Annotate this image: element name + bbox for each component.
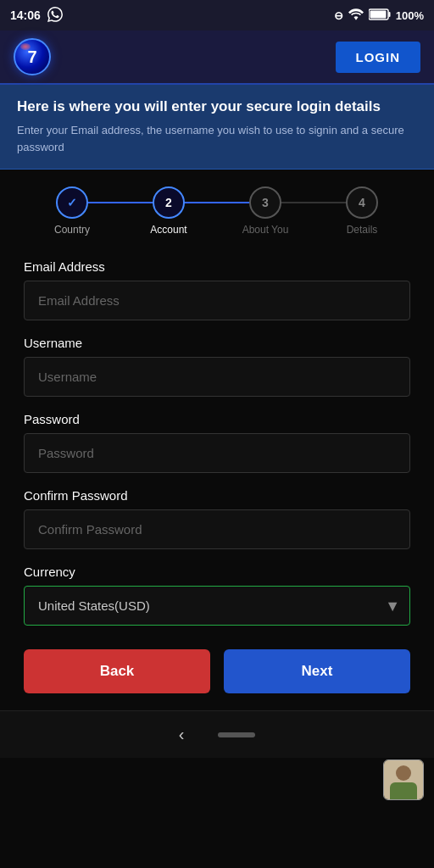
- step-label-account: Account: [150, 224, 186, 236]
- wifi-icon: [348, 8, 364, 23]
- status-left: 14:06: [10, 7, 63, 25]
- avatar-person: [384, 760, 423, 799]
- confirm-password-label: Confirm Password: [24, 488, 410, 503]
- floating-avatar[interactable]: [383, 760, 424, 800]
- password-label: Password: [24, 412, 410, 426]
- svg-rect-2: [388, 12, 390, 17]
- currency-select-wrapper: United States(USD) Euro(EUR) British Pou…: [24, 586, 410, 626]
- currency-select[interactable]: United States(USD) Euro(EUR) British Pou…: [24, 586, 410, 626]
- logo: 7: [14, 38, 51, 75]
- confirm-password-input[interactable]: [24, 509, 410, 549]
- time-display: 14:06: [10, 8, 41, 22]
- step-label-aboutyou: About You: [242, 224, 289, 236]
- battery-icon: [369, 8, 391, 23]
- next-button[interactable]: Next: [224, 649, 410, 693]
- battery-percent: 100%: [396, 9, 424, 22]
- step-indicator: Country 2 Account 3 About You 4 Details: [24, 186, 410, 236]
- step-circle-country: [56, 186, 88, 219]
- whatsapp-icon: [47, 7, 63, 25]
- step-label-details: Details: [347, 224, 378, 236]
- header: 7 LOGIN: [0, 31, 434, 85]
- main-content: Country 2 Account 3 About You 4 Details …: [0, 170, 434, 710]
- currency-group: Currency United States(USD) Euro(EUR) Br…: [24, 565, 410, 626]
- avatar-head: [396, 765, 411, 781]
- step-circle-account: 2: [153, 186, 185, 219]
- step-aboutyou: 3 About You: [217, 186, 314, 236]
- info-description: Enter your Email address, the username y…: [17, 122, 417, 155]
- status-bar: 14:06 ⊖ 100%: [0, 0, 434, 31]
- info-banner: Here is where you will enter your secure…: [0, 85, 434, 170]
- back-button[interactable]: Back: [24, 649, 210, 693]
- email-label: Email Address: [24, 259, 410, 274]
- button-row: Back Next: [24, 649, 410, 693]
- avatar-body: [390, 782, 417, 799]
- svg-rect-1: [370, 10, 386, 18]
- confirm-password-group: Confirm Password: [24, 488, 410, 549]
- step-circle-aboutyou: 3: [249, 186, 281, 219]
- email-group: Email Address: [24, 259, 410, 320]
- nav-bar: ‹: [0, 710, 434, 758]
- currency-label: Currency: [24, 565, 410, 579]
- nav-back-button[interactable]: ‹: [179, 725, 185, 744]
- step-country: Country: [24, 186, 120, 236]
- step-label-country: Country: [54, 224, 90, 236]
- logo-ball: 7: [14, 38, 51, 75]
- step-details: 4 Details: [314, 186, 410, 236]
- status-right: ⊖ 100%: [334, 8, 424, 23]
- block-icon: ⊖: [334, 9, 343, 22]
- login-button[interactable]: LOGIN: [336, 42, 421, 73]
- password-group: Password: [24, 412, 410, 473]
- email-input[interactable]: [24, 281, 410, 320]
- nav-pill: [218, 732, 255, 737]
- info-heading: Here is where you will enter your secure…: [17, 98, 417, 115]
- password-input[interactable]: [24, 433, 410, 473]
- username-group: Username: [24, 336, 410, 397]
- username-input[interactable]: [24, 357, 410, 397]
- step-account: 2 Account: [120, 186, 217, 236]
- username-label: Username: [24, 336, 410, 350]
- step-circle-details: 4: [346, 186, 378, 219]
